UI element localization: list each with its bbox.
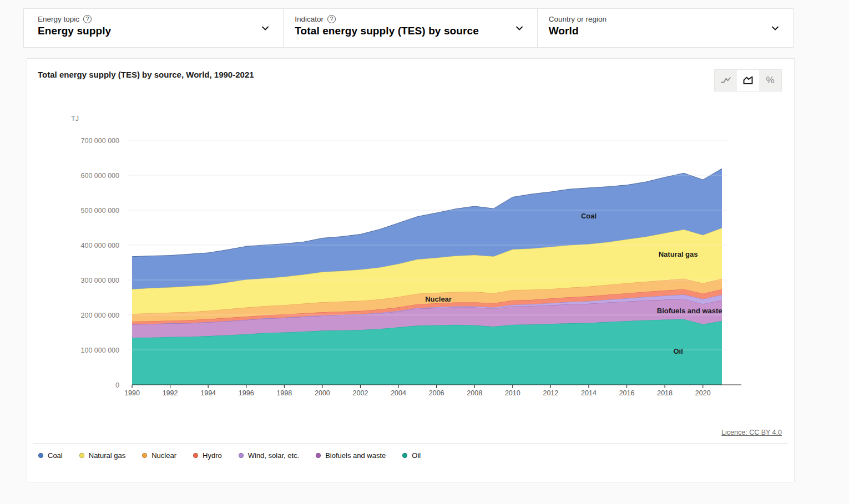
legend-dot — [38, 453, 43, 458]
percent-icon: % — [766, 75, 774, 86]
country-value: World — [549, 25, 793, 37]
x-tick-label: 1994 — [200, 389, 216, 397]
series-annotation: Natural gas — [659, 250, 698, 258]
legend-dot — [193, 453, 198, 458]
series-annotation: Coal — [581, 212, 597, 220]
legend-label: Wind, solar, etc. — [248, 451, 299, 460]
x-tick-label: 2008 — [467, 389, 482, 397]
series-annotation: Nuclear — [425, 295, 452, 303]
indicator-dropdown[interactable]: Indicator ? Total energy supply (TES) by… — [283, 9, 537, 47]
y-tick-label: 700 000 000 — [80, 137, 119, 145]
legend-label: Nuclear — [151, 451, 176, 460]
y-tick-label: 400 000 000 — [80, 242, 119, 250]
y-tick-label: 600 000 000 — [80, 172, 119, 180]
x-tick-label: 2020 — [695, 389, 711, 397]
y-tick-label: 100 000 000 — [80, 347, 119, 354]
y-axis-unit: TJ — [71, 115, 79, 123]
chevron-down-icon[interactable] — [515, 24, 524, 33]
legend-item-natural-gas[interactable]: Natural gas — [79, 451, 125, 460]
x-tick-label: 1998 — [276, 389, 292, 397]
tes-by-source-chart[interactable]: TJ0100 000 000200 000 000300 000 000400 … — [27, 100, 795, 405]
legend-dot — [142, 453, 147, 458]
indicator-value: Total energy supply (TES) by source — [295, 25, 537, 37]
chart-legend: CoalNatural gasNuclearHydroWind, solar, … — [33, 443, 789, 460]
legend-dot — [316, 453, 321, 458]
chevron-down-icon[interactable] — [261, 24, 270, 33]
legend-dot — [79, 453, 84, 458]
energy-topic-value: Energy supply — [38, 25, 283, 37]
licence-link[interactable]: Licence: CC BY 4.0 — [721, 429, 782, 436]
chevron-down-icon[interactable] — [771, 24, 780, 33]
chart-type-toggle: % — [714, 69, 782, 91]
legend-item-hydro[interactable]: Hydro — [193, 451, 222, 460]
area-chart-button[interactable] — [737, 70, 759, 91]
legend-label: Hydro — [203, 451, 222, 460]
legend-item-wind-solar-etc-[interactable]: Wind, solar, etc. — [239, 451, 299, 460]
legend-item-biofuels-and-waste[interactable]: Biofuels and waste — [316, 451, 386, 460]
x-tick-label: 2004 — [391, 389, 406, 397]
legend-item-nuclear[interactable]: Nuclear — [142, 451, 176, 460]
y-tick-label: 0 — [115, 381, 119, 389]
series-annotation: Oil — [673, 347, 683, 355]
energy-topic-dropdown[interactable]: Energy topic ? Energy supply — [24, 9, 283, 47]
series-annotation: Biofuels and waste — [657, 307, 722, 315]
legend-item-oil[interactable]: Oil — [402, 451, 421, 460]
legend-item-coal[interactable]: Coal — [38, 451, 63, 460]
x-tick-label: 2010 — [505, 389, 520, 397]
line-chart-button[interactable] — [715, 70, 737, 91]
line-chart-icon — [720, 74, 732, 86]
legend-label: Biofuels and waste — [325, 451, 386, 460]
x-tick-label: 2012 — [543, 389, 558, 397]
x-tick-label: 2000 — [315, 389, 330, 397]
chart-card: Total energy supply (TES) by source, Wor… — [27, 58, 795, 482]
legend-label: Coal — [48, 451, 63, 460]
legend-label: Oil — [412, 451, 421, 460]
y-tick-label: 300 000 000 — [80, 277, 119, 284]
country-dropdown[interactable]: Country or region World — [537, 9, 793, 47]
x-tick-label: 1990 — [124, 389, 140, 397]
y-tick-label: 200 000 000 — [80, 312, 119, 319]
x-tick-label: 1996 — [239, 389, 254, 397]
x-tick-label: 1992 — [163, 389, 178, 397]
filter-label: Indicator — [295, 15, 324, 23]
area-chart-icon — [742, 74, 754, 86]
percent-button[interactable]: % — [759, 70, 781, 91]
legend-dot — [402, 453, 407, 458]
x-tick-label: 2016 — [619, 389, 635, 397]
chart-title: Total energy supply (TES) by source, Wor… — [38, 70, 254, 79]
x-tick-label: 2018 — [657, 389, 673, 397]
legend-dot — [239, 453, 244, 458]
legend-label: Natural gas — [89, 451, 125, 460]
filter-label: Country or region — [549, 15, 607, 23]
filter-label: Energy topic — [38, 15, 79, 23]
y-tick-label: 500 000 000 — [80, 207, 119, 215]
x-tick-label: 2014 — [581, 389, 597, 397]
help-icon[interactable]: ? — [83, 15, 92, 23]
x-tick-label: 2002 — [353, 389, 368, 397]
help-icon[interactable]: ? — [327, 15, 336, 23]
x-tick-label: 2006 — [429, 389, 444, 397]
filter-bar: Energy topic ? Energy supply Indicator ?… — [23, 8, 794, 48]
